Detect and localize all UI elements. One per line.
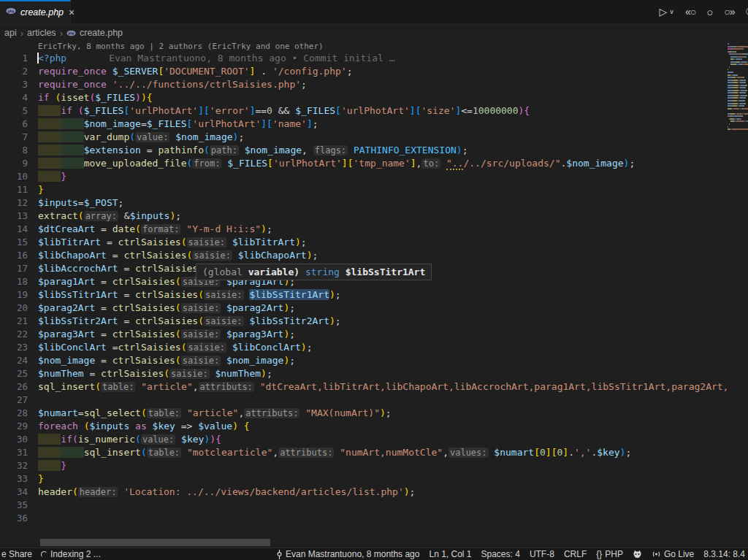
php-version-status[interactable]: 8.3.14: 8.4 <box>703 549 745 559</box>
line-number: 18 <box>0 275 28 288</box>
breadcrumb-item-articles[interactable]: articles <box>27 28 56 38</box>
go-live-button[interactable]: Go Live <box>652 549 694 559</box>
code-editor[interactable]: EricTrky, 8 months ago | 2 authors (Eric… <box>0 42 727 538</box>
code-line[interactable]: 27 <box>0 394 727 407</box>
line-number: 1 <box>0 52 28 65</box>
code-line[interactable]: 28$numart=sql_select(table: "article",at… <box>0 407 727 420</box>
minimap[interactable] <box>727 42 748 538</box>
blame-label: Evan Mastrantuono, 8 months ago <box>286 549 419 559</box>
breadcrumb-item-file[interactable]: create.php <box>80 28 123 38</box>
inline-blame-annotation: Evan Mastrantuono, 8 months ago • Commit… <box>109 53 394 64</box>
code-line[interactable]: 30 if(is_numeric(value: $key)){ <box>0 433 727 446</box>
codelens-blame[interactable]: EricTrky, 8 months ago | 2 authors (Eric… <box>38 42 727 52</box>
line-number: 30 <box>0 433 28 446</box>
horizontal-scrollbar[interactable] <box>0 539 727 546</box>
line-number: 14 <box>0 223 28 236</box>
code-line[interactable]: 12$inputs=$_POST; <box>0 196 727 210</box>
spinner-icon <box>41 551 47 558</box>
code-line[interactable]: 5 if ($_FILES['urlPhotArt']['error']==0 … <box>0 104 727 118</box>
code-line[interactable]: 11} <box>0 183 727 196</box>
notification-badge[interactable]: ① <box>745 6 748 18</box>
line-number: 26 <box>0 380 28 394</box>
code-line[interactable]: 23$libConclArt =ctrlSaisies(saisie: $lib… <box>0 341 727 354</box>
indexing-status[interactable]: Indexing 2 ... <box>41 549 101 559</box>
code-line[interactable]: 2require_once $_SERVER['DOCUMENT_ROOT'] … <box>0 65 727 78</box>
line-number: 27 <box>0 394 28 407</box>
code-line[interactable]: 21$libSsTitr2Art = ctrlSaisies(saisie: $… <box>0 315 727 328</box>
php-icon: php <box>66 28 76 38</box>
code-line[interactable]: 20$parag2Art = ctrlSaisies(saisie: $para… <box>0 302 727 315</box>
github-icon <box>633 550 642 559</box>
language-mode-status[interactable]: {} PHP <box>596 549 623 559</box>
git-blame-status[interactable]: Evan Mastrantuono, 8 months ago <box>276 549 419 559</box>
code-line[interactable]: 19$libSsTitr1Art = ctrlSaisies(saisie: $… <box>0 288 727 302</box>
code-line[interactable]: 16$libChapoArt = ctrlSaisies(saisie: $li… <box>0 249 727 262</box>
code-line[interactable]: 22$parag3Art = ctrlSaisies(saisie: $para… <box>0 328 727 341</box>
close-icon[interactable]: × <box>69 7 75 18</box>
live-share-button[interactable]: e Share <box>1 549 32 559</box>
tab-label: create.php <box>20 7 64 18</box>
line-number: 24 <box>0 354 28 367</box>
line-number: 36 <box>0 512 28 525</box>
step-forward-button[interactable]: ○» <box>724 6 734 18</box>
php-icon: php <box>6 6 16 19</box>
encoding-status[interactable]: UTF-8 <box>530 549 554 559</box>
line-number: 8 <box>0 144 28 157</box>
run-icon: ▷ <box>660 6 668 18</box>
code-line[interactable]: 4if (isset($_FILES)){ <box>0 91 727 104</box>
line-number: 3 <box>0 78 28 91</box>
code-line[interactable]: 3require_once '../../functions/ctrlSaisi… <box>0 78 727 91</box>
code-line[interactable]: 26sql_insert(table: "article",attributs:… <box>0 380 727 394</box>
line-number: 15 <box>0 236 28 249</box>
code-line[interactable]: 1<?phpEvan Mastrantuono, 8 months ago • … <box>0 52 727 65</box>
code-line[interactable]: 34header(header: 'Location: ../../views/… <box>0 486 727 499</box>
code-line[interactable]: 9 move_uploaded_file(from: $_FILES['urlP… <box>0 157 727 170</box>
code-line[interactable]: 14$dtCreaArt = date(format: "Y-m-d H:i:s… <box>0 223 727 236</box>
line-number: 19 <box>0 288 28 302</box>
code-line[interactable]: 6 $nom_image=$_FILES['urlPhotArt']['name… <box>0 118 727 131</box>
line-number: 6 <box>0 118 28 131</box>
broadcast-icon <box>652 550 661 559</box>
code-line[interactable]: 10 } <box>0 170 727 183</box>
step-back-icon: «○ <box>685 6 695 18</box>
step-back-button[interactable]: «○ <box>685 6 695 18</box>
code-line[interactable]: 8 $extension = pathinfo(path: $nom_image… <box>0 144 727 157</box>
hover-tooltip: (global variable) string $libSsTitr1Art <box>196 264 432 280</box>
code-line[interactable]: 25$numThem = ctrlSaisies(saisie: $numThe… <box>0 367 727 380</box>
line-number: 34 <box>0 486 28 499</box>
line-number: 10 <box>0 170 28 183</box>
indentation-status[interactable]: Spaces: 4 <box>481 549 520 559</box>
scrollbar-thumb[interactable] <box>40 539 270 546</box>
line-number: 4 <box>0 91 28 104</box>
cursor-position-status[interactable]: Ln 1, Col 1 <box>429 549 471 559</box>
code-line[interactable]: 35 <box>0 499 727 512</box>
line-number: 13 <box>0 210 28 223</box>
line-number: 20 <box>0 302 28 315</box>
line-number: 7 <box>0 131 28 144</box>
code-line[interactable]: 13extract(array: &$inputs); <box>0 210 727 223</box>
go-live-label: Go Live <box>664 549 694 559</box>
code-line[interactable]: 36 <box>0 512 727 525</box>
code-line[interactable]: 15$libTitrArt = ctrlSaisies(saisie: $lib… <box>0 236 727 249</box>
code-line[interactable]: 31 sql_insert(table: "motclearticle",att… <box>0 446 727 459</box>
code-line[interactable]: 24$nom_image = ctrlSaisies(saisie: $nom_… <box>0 354 727 367</box>
line-number: 12 <box>0 196 28 210</box>
text-cursor <box>37 53 39 64</box>
github-status[interactable] <box>633 550 642 559</box>
code-line[interactable]: 7 var_dump(value: $nom_image); <box>0 131 727 144</box>
line-number: 17 <box>0 262 28 275</box>
code-line[interactable]: 32 } <box>0 459 727 472</box>
run-button[interactable]: ▷ ∨ <box>660 6 674 18</box>
tab-create-php[interactable]: php create.php × <box>0 0 71 23</box>
record-button[interactable]: ○ <box>706 6 713 18</box>
line-number: 33 <box>0 472 28 486</box>
chevron-right-icon: › <box>60 28 63 39</box>
line-number: 35 <box>0 499 28 512</box>
line-number: 21 <box>0 315 28 328</box>
line-number: 23 <box>0 341 28 354</box>
eol-status[interactable]: CRLF <box>564 549 587 559</box>
breadcrumb-item-api[interactable]: api <box>4 28 17 38</box>
code-line[interactable]: 33} <box>0 472 727 486</box>
line-number: 5 <box>0 104 28 118</box>
code-line[interactable]: 29foreach ($inputs as $key => $value) { <box>0 420 727 433</box>
